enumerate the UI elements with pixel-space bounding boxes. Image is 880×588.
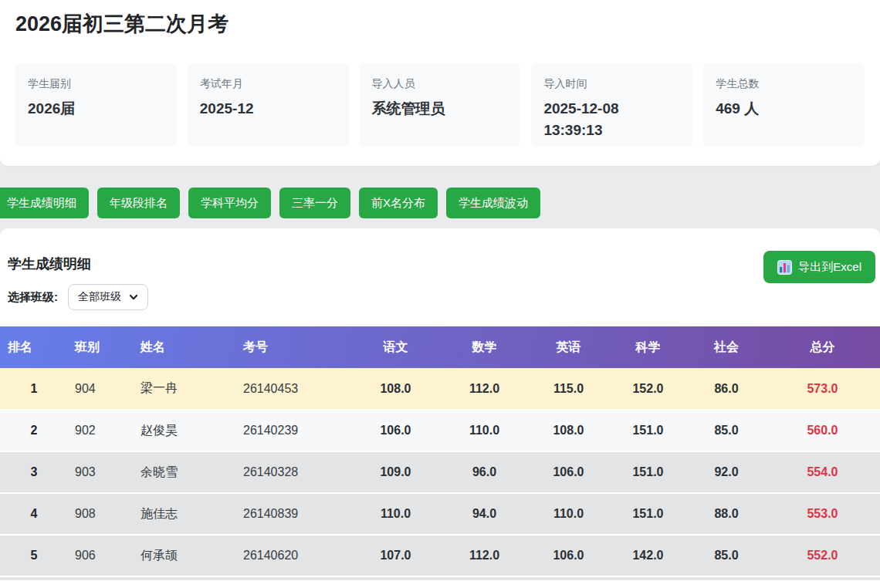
- cell-chinese: 106.0: [351, 410, 440, 451]
- info-card-label: 学生总数: [716, 77, 852, 91]
- column-header-science: 科学: [608, 326, 688, 368]
- column-header-class: 班别: [68, 326, 134, 368]
- table-row-partial: [0, 576, 880, 580]
- column-header-name: 姓名: [134, 326, 235, 368]
- cell-class: 902: [68, 410, 134, 451]
- table-row: 1 904 梁一冉 26140453 108.0 112.0 115.0 152…: [0, 368, 880, 410]
- page-title: 2026届初三第二次月考: [0, 0, 880, 37]
- cell-total: 573.0: [765, 368, 880, 410]
- cell-social: 85.0: [688, 410, 765, 451]
- cell-exam-no: 26140620: [235, 535, 351, 576]
- tab-top-x-distribution[interactable]: 前X名分布: [359, 188, 438, 218]
- cell-english: 108.0: [529, 410, 608, 451]
- cell-math: 96.0: [440, 451, 529, 493]
- cell-science: 152.0: [608, 368, 688, 410]
- tab-subject-average[interactable]: 学科平均分: [188, 188, 271, 218]
- cell-class: 908: [68, 493, 134, 535]
- info-card-value: 2025-12: [200, 98, 337, 120]
- column-header-exam-no: 考号: [235, 326, 351, 368]
- cell-english: 106.0: [529, 451, 608, 493]
- cell-chinese: 110.0: [351, 493, 440, 535]
- class-select-value: 全部班级: [78, 290, 121, 304]
- cell-english: 106.0: [529, 535, 608, 576]
- cell-name: 何承颉: [134, 535, 235, 576]
- class-select[interactable]: 全部班级: [68, 284, 148, 310]
- cell-english: 110.0: [529, 493, 608, 535]
- score-table: 排名 班别 姓名 考号 语文 数学 英语 科学 社会 总分 1 904 梁一冉 …: [0, 326, 880, 580]
- column-header-rank: 排名: [0, 326, 68, 368]
- table-row: 5 906 何承颉 26140620 107.0 112.0 106.0 142…: [0, 535, 880, 576]
- info-cards: 学生届别 2026届 考试年月 2025-12 导入人员 系统管理员 导入时间 …: [15, 63, 865, 147]
- cell-rank: 5: [0, 535, 68, 576]
- cell-total: 560.0: [765, 410, 880, 451]
- table-row: 2 902 赵俊昊 26140239 106.0 110.0 108.0 151…: [0, 410, 880, 451]
- cell-exam-no: 26140239: [235, 410, 351, 451]
- info-card-label: 导入时间: [543, 77, 680, 91]
- cell-exam-no: 26140328: [235, 451, 351, 493]
- cell-math: 112.0: [440, 368, 529, 410]
- class-filter-label: 选择班级:: [8, 290, 58, 305]
- cell-chinese: 108.0: [351, 368, 440, 410]
- cell-name: 赵俊昊: [134, 410, 235, 451]
- column-header-social: 社会: [688, 326, 765, 368]
- cell-english: 115.0: [529, 368, 608, 410]
- cell-rank: 4: [0, 493, 68, 535]
- cell-name: 施佳志: [134, 493, 235, 535]
- cell-science: 151.0: [608, 451, 688, 493]
- export-excel-label: 导出到Excel: [798, 260, 861, 275]
- cell-class: 903: [68, 451, 134, 493]
- class-filter-row: 选择班级: 全部班级: [8, 284, 880, 310]
- cell-exam-no: 26140453: [235, 368, 351, 410]
- export-excel-button[interactable]: 导出到Excel: [763, 251, 875, 283]
- info-card-import-time: 导入时间 2025-12-08 13:39:13: [531, 63, 692, 147]
- cell-total: 554.0: [765, 451, 880, 493]
- cell-science: 151.0: [608, 493, 688, 535]
- report-tabs: 学生成绩明细 年级段排名 学科平均分 三率一分 前X名分布 学生成绩波动: [0, 188, 880, 218]
- chevron-down-icon: [129, 292, 138, 302]
- tab-score-fluctuation[interactable]: 学生成绩波动: [446, 188, 540, 218]
- info-card-label: 学生届别: [28, 77, 164, 91]
- info-card-value: 469 人: [716, 98, 852, 120]
- cell-rank: 2: [0, 410, 68, 451]
- cell-rank: 3: [0, 451, 68, 493]
- cell-chinese: 107.0: [351, 535, 440, 576]
- cell-social: 92.0: [688, 451, 765, 493]
- info-card-label: 考试年月: [200, 77, 337, 91]
- cell-math: 110.0: [440, 410, 529, 451]
- cell-science: 151.0: [608, 410, 688, 451]
- info-card-value: 2026届: [28, 98, 164, 120]
- cell-social: 86.0: [688, 368, 765, 410]
- cell-social: 88.0: [688, 493, 765, 535]
- tab-grade-ranking[interactable]: 年级段排名: [97, 188, 180, 218]
- cell-math: 112.0: [440, 535, 529, 576]
- table-row: 3 903 余晓雪 26140328 109.0 96.0 106.0 151.…: [0, 451, 880, 493]
- cell-social: 85.0: [688, 535, 765, 576]
- bar-chart-icon: [777, 260, 792, 275]
- column-header-total: 总分: [765, 326, 880, 368]
- tab-student-score-detail[interactable]: 学生成绩明细: [0, 188, 89, 218]
- cell-total: 553.0: [765, 493, 880, 535]
- info-card-label: 导入人员: [372, 77, 509, 91]
- table-header-row: 排名 班别 姓名 考号 语文 数学 英语 科学 社会 总分: [0, 326, 880, 368]
- info-card-exam-month: 考试年月 2025-12: [188, 63, 349, 147]
- score-detail-panel: 学生成绩明细 导出到Excel 选择班级: 全部班级: [0, 228, 880, 588]
- cell-name: 梁一冉: [134, 368, 235, 410]
- column-header-english: 英语: [529, 326, 608, 368]
- cell-class: 904: [68, 368, 134, 410]
- cell-math: 94.0: [440, 493, 529, 535]
- info-card-batch: 学生届别 2026届: [15, 63, 177, 147]
- column-header-chinese: 语文: [351, 326, 440, 368]
- cell-exam-no: 26140839: [235, 493, 351, 535]
- exam-summary-panel: 2026届初三第二次月考 学生届别 2026届 考试年月 2025-12 导入人…: [0, 0, 880, 166]
- cell-name: 余晓雪: [134, 451, 235, 493]
- cell-rank: 1: [0, 368, 68, 410]
- column-header-math: 数学: [440, 326, 529, 368]
- info-card-importer: 导入人员 系统管理员: [360, 63, 521, 147]
- tab-three-rates-one-score[interactable]: 三率一分: [279, 188, 350, 218]
- info-card-value: 2025-12-08 13:39:13: [543, 98, 680, 140]
- cell-science: 142.0: [608, 535, 688, 576]
- info-card-value: 系统管理员: [372, 98, 509, 120]
- section-title: 学生成绩明细: [8, 255, 880, 273]
- cell-total: 552.0: [765, 535, 880, 576]
- info-card-student-count: 学生总数 469 人: [703, 63, 865, 147]
